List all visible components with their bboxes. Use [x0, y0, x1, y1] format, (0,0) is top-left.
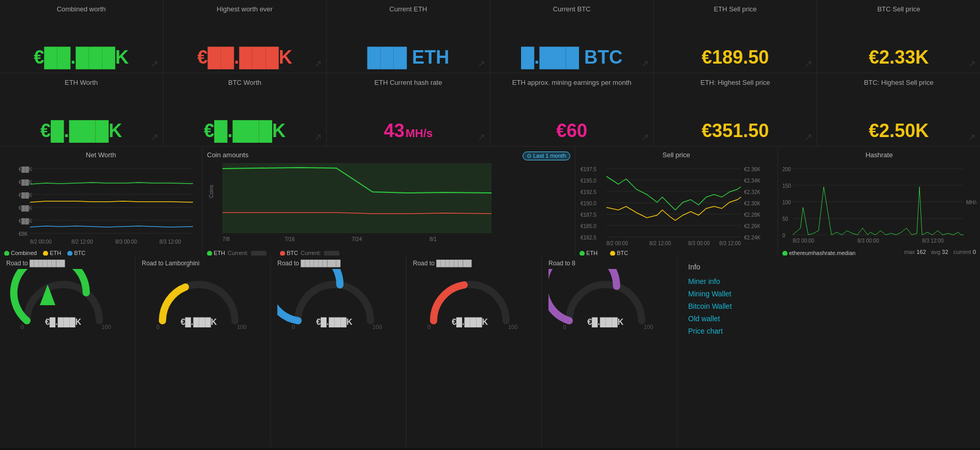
svg-text:8/2 00:00: 8/2 00:00 [30, 239, 52, 245]
road-card-title-0: Road to ████████ [6, 260, 128, 267]
svg-text:€█.███K: €█.███K [587, 317, 624, 327]
svg-text:100: 100 [101, 324, 111, 330]
svg-text:€195.0: €195.0 [581, 178, 597, 184]
svg-text:8/2 12:00: 8/2 12:00 [649, 241, 671, 246]
svg-text:100: 100 [782, 200, 791, 205]
svg-text:€190.0: €190.0 [581, 201, 597, 206]
stat-card-row1-1: Highest worth ever €██.███K ↗ [164, 0, 326, 72]
hashrate-svg: 200 150 100 50 0 MH/s 8/2 00:00 8/3 00:0… [782, 161, 976, 246]
stat-title: BTC: Highest Sell price [825, 79, 973, 86]
corner-icon: ↗ [478, 58, 485, 69]
corner-icon: ↗ [641, 58, 649, 69]
net-worth-svg: €██K €██K €██K €██K €██K €8K 8/2 00:00 8… [4, 161, 196, 246]
svg-text:MH/s: MH/s [966, 200, 976, 205]
svg-text:7/8: 7/8 [222, 236, 230, 242]
svg-text:0: 0 [21, 324, 24, 330]
corner-icon: ↗ [314, 58, 322, 69]
road-card-3: Road to ████████ 0 100 €█.███K [407, 256, 541, 448]
info-link-miner-info[interactable]: Miner info [688, 277, 970, 286]
svg-text:€197.5: €197.5 [581, 167, 597, 172]
bottom-section: Road to ████████ 0 100 €█.███K Road to L… [0, 256, 980, 448]
stat-value: €█.███K [171, 120, 319, 142]
svg-text:8/3 00:00: 8/3 00:00 [857, 238, 879, 244]
stat-title: ETH approx. mining earnings per month [498, 79, 646, 86]
svg-text:€8K: €8K [19, 231, 28, 237]
stat-title: BTC Sell price [825, 5, 973, 13]
svg-text:€█.███K: €█.███K [316, 317, 353, 327]
road-gauge-4: 0 100 €█.███K [548, 269, 662, 336]
svg-text:150: 150 [782, 183, 791, 189]
stat-title: ETH Current hash rate [334, 79, 482, 86]
stat-title: ETH Sell price [661, 5, 809, 13]
info-link-old-wallet[interactable]: Old wallet [688, 314, 970, 323]
stat-value: €60 [498, 120, 646, 142]
stat-title: Combined worth [7, 5, 155, 13]
svg-text:8/1: 8/1 [429, 236, 437, 242]
sell-price-title: Sell price [580, 151, 773, 159]
stat-card-row1-5: BTC Sell price €2.33K ↗ [818, 0, 980, 72]
hashrate-title: Hashrate [782, 151, 976, 159]
road-gauge-3: 0 100 €█.███K [413, 269, 527, 336]
stat-card-row2-0: ETH Worth €█.███K ↗ [0, 73, 162, 146]
stat-card-row2-2: ETH Current hash rate 43MH/s ↗ [327, 73, 489, 146]
svg-text:€2.26K: €2.26K [744, 223, 761, 229]
stat-title: Current BTC [498, 5, 646, 13]
svg-text:7/16: 7/16 [285, 236, 295, 242]
stat-card-row2-3: ETH approx. mining earnings per month €6… [491, 73, 653, 146]
road-gauge-2: 0 100 €█.███K [277, 269, 391, 336]
svg-text:8/2 12:00: 8/2 12:00 [71, 239, 93, 245]
road-card-0: Road to ████████ 0 100 €█.███K [0, 256, 135, 448]
stats-row-2: ETH Worth €█.███K ↗ BTC Worth €█.███K ↗ … [0, 73, 980, 147]
svg-text:€2.36K: €2.36K [744, 167, 761, 172]
stat-value: €2.50K [825, 120, 973, 142]
info-card: Info Miner infoMining WalletBitcoin Wall… [678, 256, 980, 448]
road-card-title-2: Road to █████████ [277, 260, 399, 267]
stat-value: €██.███K [7, 47, 155, 68]
coin-amounts-chart: Coin amounts ⊙ Last 1 month Coins 7/8 7/… [203, 147, 574, 256]
net-worth-chart: Net Worth €██K €██K €██K €██K €██K €8K 8… [0, 147, 202, 256]
stat-card-row2-1: BTC Worth €█.███K ↗ [164, 73, 326, 146]
stat-value: €██.███K [171, 47, 319, 68]
info-link-mining-wallet[interactable]: Mining Wallet [688, 290, 970, 298]
coin-amounts-title: Coin amounts [207, 151, 248, 159]
stat-card-row1-4: ETH Sell price €189.50 ↗ [654, 0, 816, 72]
info-link-price-chart[interactable]: Price chart [688, 327, 970, 335]
info-title: Info [688, 263, 970, 271]
corner-icon: ↗ [314, 131, 322, 143]
stat-card-row2-4: ETH: Highest Sell price €351.50 ↗ [654, 73, 816, 146]
svg-text:8/3 00:00: 8/3 00:00 [115, 239, 137, 245]
svg-text:100: 100 [237, 324, 246, 330]
svg-text:8/3 12:00: 8/3 12:00 [922, 238, 944, 244]
hashrate-stats: ethereumhashrate.median max 162 avg 32 c… [782, 248, 976, 256]
svg-text:€█.███K: €█.███K [452, 317, 488, 327]
svg-text:€2.28K: €2.28K [744, 212, 761, 218]
svg-text:0: 0 [427, 324, 430, 330]
corner-icon: ↗ [151, 58, 158, 69]
svg-text:€██K: €██K [19, 166, 33, 173]
svg-text:€185.0: €185.0 [581, 223, 597, 229]
svg-text:€2.34K: €2.34K [744, 178, 761, 184]
svg-text:100: 100 [508, 324, 517, 330]
net-worth-title: Net Worth [4, 151, 198, 159]
svg-text:8/3 12:00: 8/3 12:00 [159, 239, 181, 245]
svg-text:€█.███K: €█.███K [181, 317, 217, 327]
charts-section: Net Worth €██K €██K €██K €██K €██K €8K 8… [0, 147, 980, 256]
road-card-title-3: Road to ████████ [413, 260, 535, 267]
stats-row-1: Combined worth €██.███K ↗ Highest worth … [0, 0, 980, 73]
svg-text:€█.███K: €█.███K [45, 317, 82, 327]
road-card-title-4: Road to 8 [548, 260, 671, 267]
svg-text:€182.5: €182.5 [581, 235, 597, 241]
svg-text:0: 0 [292, 324, 295, 330]
stat-card-row2-5: BTC: Highest Sell price €2.50K ↗ [818, 73, 980, 146]
info-links: Miner infoMining WalletBitcoin WalletOld… [688, 277, 970, 335]
svg-text:7/24: 7/24 [352, 236, 362, 242]
svg-text:8/2 00:00: 8/2 00:00 [793, 238, 814, 244]
stat-title: ETH Worth [7, 79, 155, 86]
svg-text:100: 100 [373, 324, 382, 330]
svg-text:50: 50 [782, 216, 789, 222]
stat-value: €189.50 [661, 47, 809, 68]
svg-text:100: 100 [644, 324, 653, 330]
corner-icon: ↗ [641, 131, 649, 143]
info-link-bitcoin-wallet[interactable]: Bitcoin Wallet [688, 302, 970, 310]
coin-amounts-svg: Coins 7/8 7/16 7/24 8/1 [207, 161, 497, 246]
